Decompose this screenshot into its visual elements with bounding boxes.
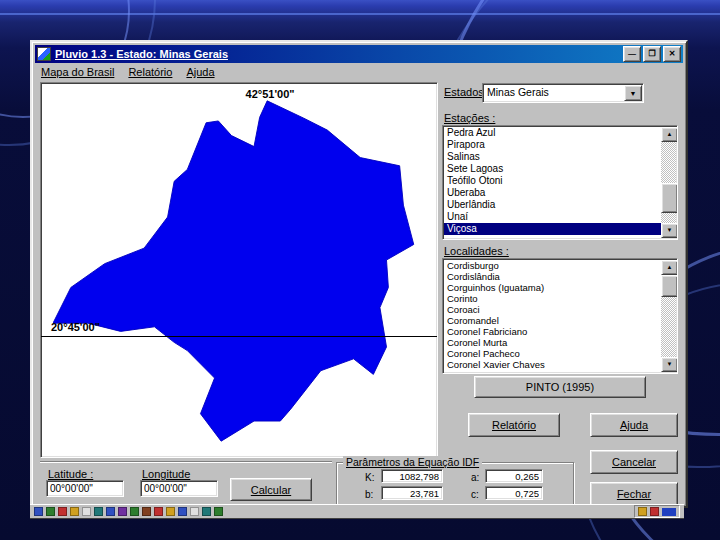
map-panel[interactable]: 42°51'00" 20°45'00" bbox=[40, 82, 438, 458]
k-input[interactable] bbox=[381, 469, 443, 483]
cancelar-button-label: Cancelar bbox=[612, 456, 656, 468]
scrollbar-thumb[interactable] bbox=[661, 183, 678, 213]
menu-mapa-do-brasil[interactable]: Mapa do Brasil bbox=[35, 65, 122, 79]
map-longitude-label: 42°51'00" bbox=[246, 88, 295, 100]
scroll-down-button[interactable]: ▼ bbox=[661, 223, 678, 238]
idf-groupbox: Parâmetros da Equação IDF K: b: a: c: bbox=[336, 462, 574, 505]
map-canvas: 42°51'00" 20°45'00" bbox=[41, 83, 437, 457]
list-item[interactable]: Uberaba bbox=[444, 187, 661, 199]
taskbar-icon[interactable] bbox=[214, 507, 223, 516]
window-title: Pluvio 1.3 - Estado: Minas Gerais bbox=[55, 48, 228, 60]
menu-relatorio[interactable]: Relatório bbox=[122, 65, 180, 79]
list-item[interactable]: Salinas bbox=[444, 151, 661, 163]
scroll-down-button[interactable]: ▼ bbox=[661, 357, 678, 372]
list-item[interactable]: Corinto bbox=[444, 293, 661, 304]
latitude-crosshair-line bbox=[41, 336, 437, 337]
list-item[interactable]: Cordisburgo bbox=[444, 260, 661, 271]
taskbar-icon[interactable] bbox=[70, 507, 79, 516]
chevron-down-icon: ▼ bbox=[667, 225, 673, 236]
list-item[interactable]: Cordislândia bbox=[444, 271, 661, 282]
tray-icon[interactable] bbox=[638, 507, 647, 516]
taskbar-icon[interactable] bbox=[94, 507, 103, 516]
pinto-button-label: PINTO (1995) bbox=[526, 381, 594, 393]
maximize-button[interactable]: ❐ bbox=[643, 46, 661, 62]
list-item[interactable]: Teófilo Otoni bbox=[444, 175, 661, 187]
list-item[interactable]: Pirapora bbox=[444, 139, 661, 151]
taskbar-icon[interactable] bbox=[154, 507, 163, 516]
estados-dropdown-button[interactable]: ▼ bbox=[624, 85, 642, 101]
cancelar-button[interactable]: Cancelar bbox=[590, 450, 678, 474]
taskbar-icon[interactable] bbox=[58, 507, 67, 516]
pinto-1995-button[interactable]: PINTO (1995) bbox=[474, 376, 646, 398]
taskbar-icon[interactable] bbox=[178, 507, 187, 516]
relatorio-button[interactable]: Relatório bbox=[468, 413, 560, 437]
taskbar-icon[interactable] bbox=[118, 507, 127, 516]
close-button[interactable]: ✕ bbox=[663, 46, 681, 62]
c-label: c: bbox=[471, 489, 479, 500]
estacoes-label: Estações : bbox=[444, 112, 495, 124]
list-item[interactable]: Viçosa bbox=[444, 223, 661, 235]
localidades-label: Localidades : bbox=[444, 245, 509, 257]
taskbar-icon[interactable] bbox=[106, 507, 115, 516]
list-item[interactable]: Pedra Azul bbox=[444, 127, 661, 139]
longitude-input[interactable] bbox=[140, 480, 218, 497]
idf-group-title: Parâmetros da Equação IDF bbox=[343, 456, 482, 468]
menu-ajuda[interactable]: Ajuda bbox=[180, 65, 222, 79]
estacoes-listbox[interactable]: Pedra AzulPiraporaSalinasSete LagoasTeóf… bbox=[442, 125, 678, 240]
app-screenshot: Pluvio 1.3 - Estado: Minas Gerais — ❐ ✕ … bbox=[30, 40, 684, 518]
taskbar-icon[interactable] bbox=[46, 507, 55, 516]
minimize-button[interactable]: — bbox=[623, 46, 641, 62]
list-item[interactable]: Coroaci bbox=[444, 304, 661, 315]
list-item[interactable]: Corguinhos (Iguatama) bbox=[444, 282, 661, 293]
title-bar[interactable]: Pluvio 1.3 - Estado: Minas Gerais — ❐ ✕ bbox=[35, 45, 683, 63]
estacoes-list: Pedra AzulPiraporaSalinasSete LagoasTeóf… bbox=[444, 127, 661, 238]
taskbar-icon[interactable] bbox=[166, 507, 175, 516]
b-input[interactable] bbox=[381, 486, 443, 500]
chevron-down-icon: ▼ bbox=[630, 90, 637, 97]
taskbar-icon[interactable] bbox=[190, 507, 199, 516]
ajuda-button[interactable]: Ajuda bbox=[590, 413, 678, 437]
scroll-up-button[interactable]: ▲ bbox=[661, 127, 678, 142]
list-item[interactable]: Sete Lagoas bbox=[444, 163, 661, 175]
k-label: K: bbox=[365, 472, 374, 483]
scroll-up-button[interactable]: ▲ bbox=[661, 260, 678, 275]
divider bbox=[40, 461, 332, 463]
tray-icon[interactable] bbox=[662, 508, 676, 516]
tray-icon[interactable] bbox=[650, 507, 659, 516]
list-item[interactable]: Coronel Xavier Chaves bbox=[444, 359, 661, 370]
estados-combobox[interactable]: Minas Gerais ▼ bbox=[482, 83, 644, 103]
fechar-button-label: Fechar bbox=[617, 488, 651, 500]
localidades-scrollbar[interactable]: ▲ ▼ bbox=[661, 260, 676, 372]
maximize-icon: ❐ bbox=[648, 48, 655, 60]
localidades-list: CordisburgoCordislândiaCorguinhos (Iguat… bbox=[444, 260, 661, 372]
latitude-input[interactable] bbox=[46, 480, 124, 497]
taskbar-icon[interactable] bbox=[82, 507, 91, 516]
taskbar-icon[interactable] bbox=[202, 507, 211, 516]
app-icon[interactable] bbox=[37, 47, 51, 61]
slide-background: Pluvio 1.3 - Estado: Minas Gerais — ❐ ✕ … bbox=[0, 0, 720, 540]
fechar-button[interactable]: Fechar bbox=[590, 482, 678, 506]
taskbar bbox=[30, 504, 684, 518]
taskbar-icon[interactable] bbox=[142, 507, 151, 516]
system-tray[interactable] bbox=[634, 505, 680, 518]
taskbar-icon[interactable] bbox=[130, 507, 139, 516]
list-item[interactable]: Coronel Fabriciano bbox=[444, 326, 661, 337]
c-input[interactable] bbox=[485, 486, 543, 500]
a-input[interactable] bbox=[485, 469, 543, 483]
map-latitude-label: 20°45'00" bbox=[51, 321, 100, 333]
localidades-listbox[interactable]: CordisburgoCordislândiaCorguinhos (Iguat… bbox=[442, 258, 678, 374]
ajuda-button-label: Ajuda bbox=[620, 419, 648, 431]
list-item[interactable]: Coronel Pacheco bbox=[444, 348, 661, 359]
list-item[interactable]: Coromandel bbox=[444, 315, 661, 326]
scrollbar-thumb[interactable] bbox=[661, 275, 678, 297]
estacoes-scrollbar[interactable]: ▲ ▼ bbox=[661, 127, 676, 238]
taskbar-icon[interactable] bbox=[34, 507, 43, 516]
latitude-label: Latitude : bbox=[48, 468, 93, 480]
minimize-icon: — bbox=[628, 48, 636, 60]
list-item[interactable]: Unaí bbox=[444, 211, 661, 223]
list-item[interactable]: Uberlândia bbox=[444, 199, 661, 211]
list-item[interactable]: Coronel Murta bbox=[444, 337, 661, 348]
close-icon: ✕ bbox=[669, 48, 676, 60]
calcular-button-label: Calcular bbox=[251, 484, 291, 496]
calcular-button[interactable]: Calcular bbox=[230, 478, 312, 501]
